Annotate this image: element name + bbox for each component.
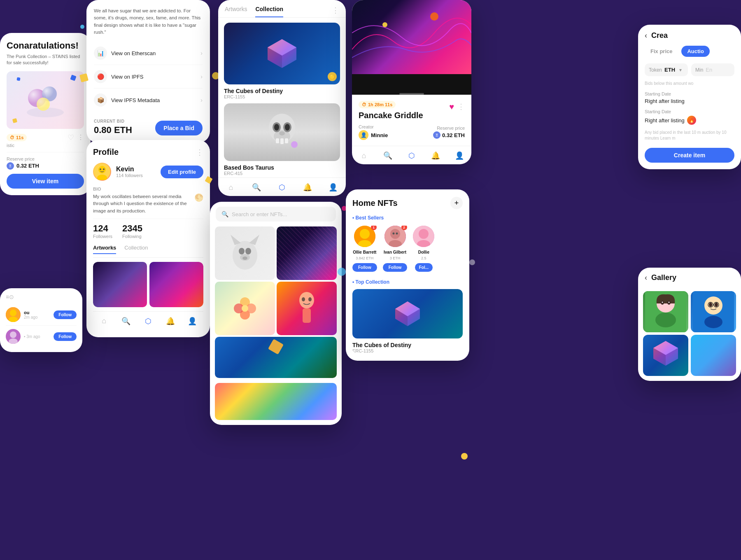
svg-point-7 [100, 168, 101, 170]
min-bid-input[interactable]: Min En [691, 63, 734, 76]
bell-nav-6[interactable]: 🔔 [431, 151, 440, 160]
collection-card: Artworks Collection ⋮ 🟡 [218, 0, 346, 196]
home-nfts-card: Home NFTs + • Best Sellers 1 Ollie Barre… [346, 189, 469, 361]
back-icon-8[interactable]: ‹ [645, 31, 647, 40]
svg-rect-20 [276, 138, 279, 143]
more-icon-6[interactable]: ⋮ [457, 102, 465, 112]
create-item-button[interactable]: Create item [645, 148, 734, 163]
congrats-subtitle: The Punk Collection – STAINS listed for … [7, 54, 84, 66]
starting-date-value-2: Right after listing [645, 117, 685, 124]
search-nav-6[interactable]: 🔍 [383, 151, 392, 160]
artwork-thumb-1[interactable] [93, 262, 147, 307]
tab-artworks[interactable]: Artworks [93, 245, 116, 254]
svg-point-63 [669, 302, 670, 303]
seller-eth-2: 3 ETH [390, 256, 401, 260]
svg-point-68 [715, 303, 718, 307]
creator-label: Creator [359, 124, 388, 129]
follow-btn-3[interactable]: Fol... [415, 263, 433, 272]
fix-price-tab[interactable]: Fix price [645, 46, 678, 57]
user-nav-4[interactable]: 👤 [329, 183, 338, 192]
explore-nav-6[interactable]: ⬡ [407, 151, 416, 160]
search-nav-4[interactable]: 🔍 [252, 183, 261, 192]
gallery-cell-4[interactable] [691, 335, 736, 376]
current-bid-label: CURRENT BID [94, 119, 132, 124]
profile-nav-icon[interactable]: ⬡ [144, 317, 153, 326]
edit-profile-button[interactable]: Edit profile [161, 166, 203, 178]
mosaic-floral[interactable] [215, 282, 275, 335]
token-value: ETH [664, 67, 675, 73]
seller-avatar-1: 1 [354, 226, 375, 247]
token-label: Token [649, 67, 662, 73]
chevron-right-icon2: › [200, 73, 203, 80]
bell-nav-4[interactable]: 🔔 [303, 183, 312, 192]
mosaic-paint[interactable] [215, 383, 337, 420]
svg-rect-39 [303, 308, 311, 323]
follow-list-card: ≡⊙ ou 2m ago Follow [0, 288, 82, 352]
current-bid-value: 0.80 ETH [94, 125, 132, 135]
artwork-thumb-2[interactable] [149, 262, 203, 307]
follow-button-1[interactable]: Follow [54, 310, 77, 319]
follow-btn-2[interactable]: Follow [383, 263, 408, 272]
follow-btn-1[interactable]: Follow [352, 263, 377, 272]
description-text: We all have sugar that we are addicted t… [94, 7, 203, 36]
creator-name: Minnie [371, 132, 388, 138]
more-icon-4[interactable]: ⋮ [332, 6, 339, 17]
congrats-title: Conaratulations! [7, 40, 84, 51]
gallery-cell-2[interactable] [691, 291, 736, 332]
mosaic-abstract[interactable] [215, 337, 337, 378]
tab-artworks-4[interactable]: Artworks [225, 6, 247, 17]
followers-stat: 124 Followers [93, 223, 112, 239]
view-item-button[interactable]: View item [7, 174, 84, 189]
bell-nav-icon[interactable]: 🔔 [166, 317, 175, 326]
home-nav-icon[interactable]: ⌂ [100, 317, 109, 326]
svg-point-41 [430, 12, 438, 21]
best-sellers-label: • Best Sellers [352, 215, 463, 221]
user-nav-6[interactable]: 👤 [455, 151, 464, 160]
svg-point-5 [98, 166, 106, 173]
bio-text: My work oscillates between several media… [93, 193, 192, 215]
token-input[interactable]: Token ETH ▾ [645, 63, 688, 76]
mosaic-face[interactable] [277, 282, 337, 335]
user-nav-icon[interactable]: 👤 [188, 317, 197, 326]
gallery-grid [638, 286, 741, 381]
heart-icon[interactable]: ♡ [68, 133, 74, 142]
gallery-cell-1[interactable] [643, 291, 688, 332]
tab-collection-4[interactable]: Collection [255, 6, 283, 17]
auction-tab[interactable]: Auctio [681, 46, 709, 57]
ipfs-icon: 🔴 [94, 70, 107, 83]
place-bid-button[interactable]: Place a Bid [155, 121, 203, 135]
collection-nft[interactable]: The Cubes of Destiny ERC-1155 [352, 289, 463, 353]
nft1-standard: ERC-1155 [224, 94, 283, 99]
svg-point-8 [103, 168, 105, 170]
svg-point-18 [285, 124, 290, 131]
chevron-right-icon3: › [200, 97, 203, 103]
home-nav-6[interactable]: ⌂ [359, 151, 368, 160]
mosaic-neon1[interactable] [215, 226, 275, 280]
seller-eth-1: 3.842 ETH [356, 256, 373, 260]
add-nft-button[interactable]: + [450, 197, 463, 209]
seller-badge-1: 1 [371, 226, 377, 230]
ipfs-label: View on IPFS [111, 74, 144, 80]
etherscan-link[interactable]: 📊 View on Etherscan › [94, 42, 203, 65]
svg-point-62 [662, 302, 663, 303]
seller-avatar-2: 2 [384, 226, 406, 247]
home-nav-4[interactable]: ⌂ [226, 183, 235, 192]
follow-name-1: ou [24, 310, 37, 315]
skull-image[interactable] [224, 103, 340, 161]
more-icon[interactable]: ⋮ [77, 133, 84, 141]
gallery-cell-3[interactable] [643, 335, 688, 376]
back-icon-9[interactable]: ‹ [645, 273, 647, 282]
search-nav-icon[interactable]: 🔍 [121, 317, 130, 326]
etherscan-label: View on Etherscan [111, 50, 156, 56]
follow-button-2[interactable]: Follow [54, 332, 77, 341]
search-bar[interactable]: 🔍 Search or enter NFTs... [216, 207, 336, 222]
ipfs-metadata-link[interactable]: 📦 View IPFS Metadata › [94, 89, 203, 112]
tab-collection[interactable]: Collection [124, 245, 148, 254]
more-options-icon[interactable]: ⋮ [196, 148, 203, 157]
svg-point-35 [242, 305, 248, 312]
cubes-destiny-image[interactable]: 🟡 [224, 23, 340, 84]
heart-icon-6[interactable]: ♥ [449, 102, 454, 112]
mosaic-neon2[interactable] [277, 226, 337, 280]
explore-nav-4[interactable]: ⬡ [277, 183, 287, 192]
ipfs-link[interactable]: 🔴 View on IPFS › [94, 65, 203, 89]
